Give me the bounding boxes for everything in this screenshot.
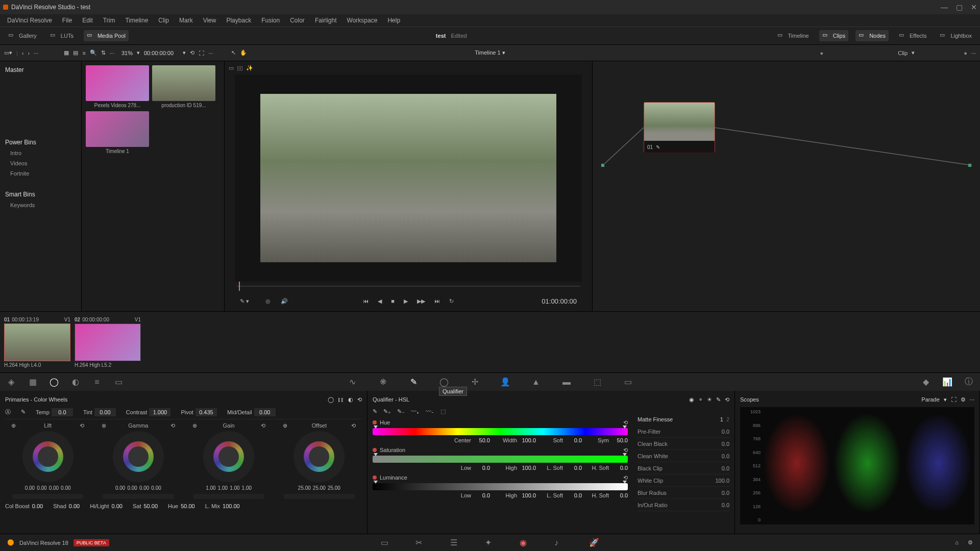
minimize-button[interactable]: — [941,3,948,11]
bin-videos[interactable]: Videos [0,158,81,168]
wheel-reset-icon[interactable]: ⟲ [170,422,175,429]
picker-sub-icon[interactable]: ✎₋ [397,408,405,415]
node-mode[interactable]: Clip [898,50,908,56]
wheel-reset-icon[interactable]: ⟲ [80,422,84,429]
menu-fairlight[interactable]: Fairlight [311,16,341,25]
global-pivot[interactable] [195,408,217,416]
more2-icon[interactable]: ··· [110,50,114,56]
sat-lsoft[interactable]: 0.0 [565,465,582,471]
list-icon[interactable]: ≡ [82,50,85,56]
next-frame-icon[interactable]: ▶▶ [417,298,425,305]
unmix-icon[interactable]: ◎ [265,298,271,305]
3d-mode-icon[interactable]: ✎ [716,396,721,403]
adj-hilight[interactable]: 0.00 [112,503,122,509]
hue-width[interactable]: 100.0 [519,437,536,443]
global-tint[interactable] [94,408,116,416]
menu-fusion[interactable]: Fusion [257,16,284,25]
scopes-chevron-icon[interactable]: ▾ [944,396,947,403]
finesse-clean-white[interactable]: 0.0 [722,453,729,459]
sat-hsoft[interactable]: 0.0 [610,465,628,471]
lum-lsoft[interactable]: 0.0 [565,492,582,498]
hue-gradient[interactable] [373,428,628,435]
node-mode-chevron-icon[interactable]: ▾ [912,49,915,56]
adj-sat[interactable]: 50.00 [143,503,158,509]
menu-help[interactable]: Help [383,16,404,25]
search-icon[interactable]: 🔍 [90,49,97,56]
blur-icon[interactable]: ▲ [530,376,542,388]
lum-high[interactable]: 100.0 [519,492,536,498]
finesse-blur-radius[interactable]: 0.0 [722,490,729,496]
bypass-icon[interactable]: ⟲ [190,49,194,56]
cut-page-icon[interactable]: ✂ [415,538,426,548]
tab-luts[interactable]: ▭LUTs [47,30,77,41]
grid-large-icon[interactable]: ▤ [73,49,78,56]
viewer-canvas[interactable] [235,74,582,282]
finesse-black-clip[interactable]: 0.0 [722,465,729,471]
wheel-picker-icon[interactable]: ⊕ [102,422,106,429]
finesse-p1[interactable]: 1 [720,416,723,422]
pointer-icon[interactable]: ↖ [231,49,236,56]
adj-lmix[interactable]: 100.00 [223,503,240,509]
window-icon[interactable]: ◯ [438,376,450,388]
adj-shad[interactable]: 0.00 [69,503,80,509]
smartbin-keywords[interactable]: Keywords [0,200,81,210]
menu-file[interactable]: File [58,16,76,25]
finesse-p2[interactable]: 2 [726,416,729,422]
media-thumb[interactable]: production ID 519... [152,65,215,108]
node-output[interactable] [968,163,972,167]
menu-playback[interactable]: Playback [222,16,255,25]
fusion-page-icon[interactable]: ✦ [485,538,495,548]
qualifier-icon[interactable]: ✎ [407,376,420,388]
expand-icon[interactable]: ⛶ [199,50,204,56]
rgb-mode-icon[interactable]: ⚬ [698,396,703,403]
3d-icon[interactable]: ▭ [622,376,634,388]
adj-colboost[interactable]: 0.00 [32,503,43,509]
tab-nodes[interactable]: ▭Nodes [855,30,889,41]
menu-color[interactable]: Color [286,16,309,25]
tracking-icon[interactable]: ✢ [469,376,481,388]
wheel-reset-icon[interactable]: ⟲ [261,422,265,429]
hue-reset-icon[interactable]: ⟲ [623,419,628,426]
wheel-picker-icon[interactable]: ⊕ [11,422,16,429]
highlight-icon[interactable]: ▭ [229,65,234,71]
fairlight-page-icon[interactable]: ♪ [554,538,565,548]
timeline-chevron-icon[interactable]: ▾ [502,49,505,56]
close-button[interactable]: ✕ [971,3,977,11]
wheel-gain-master[interactable] [193,494,264,499]
mute-icon[interactable]: 🔊 [281,298,288,305]
lum-hsoft[interactable]: 0.0 [610,492,628,498]
tab-mediapool[interactable]: ▭Media Pool [84,30,129,41]
tab-lightbox[interactable]: ▭Lightbox [937,30,975,41]
zoom-level[interactable]: 31% [121,50,133,56]
zoom-chevron-icon[interactable]: ▾ [137,49,140,56]
node-01[interactable]: 01✎ [644,102,715,153]
wheel-reset-icon[interactable]: ⟲ [351,422,356,429]
rgb-mixer-icon[interactable]: ≡ [91,376,103,388]
global-middetail[interactable] [254,408,276,416]
global-contrast[interactable] [149,408,170,416]
stills-menu-icon[interactable]: ▭▾ [4,49,12,56]
reset-qual-icon[interactable]: ⟲ [725,396,729,403]
menu-mark[interactable]: Mark [175,16,197,25]
viewer-more-icon[interactable]: ··· [208,50,213,56]
tab-effects[interactable]: ▭Effects [896,30,929,41]
camera-raw-icon[interactable]: ◈ [5,376,17,388]
project-settings-icon[interactable]: ⚙ [968,539,973,546]
maximize-button[interactable]: ▢ [956,3,963,11]
feather-add-icon[interactable]: 〰₊ [411,408,420,415]
keyframe-icon[interactable]: ◆ [920,376,932,388]
finesse-in-out-ratio[interactable]: 0.0 [722,502,729,508]
wheel-mode-icon[interactable]: ◯ [328,396,334,403]
wand-icon[interactable]: ✨ [246,65,253,71]
pick-white-icon[interactable]: ✎ [21,409,26,415]
color-match-icon[interactable]: ▦ [27,376,39,388]
picker-eyedrop-icon[interactable]: ✎ [373,408,377,415]
clip-thumb-02[interactable]: 02 00:00:00:00 V1H.264 High L5.2 [75,317,141,368]
picker-add-icon[interactable]: ✎₊ [383,408,391,415]
scopes-mode[interactable]: Parade [921,396,939,403]
menu-edit[interactable]: Edit [78,16,97,25]
motion-icon[interactable]: ▭ [112,376,125,388]
timeline-name[interactable]: Timeline 1 [475,49,500,56]
finesse-pre-filter[interactable]: 0.0 [722,429,729,435]
edit-page-icon[interactable]: ☰ [450,538,460,548]
